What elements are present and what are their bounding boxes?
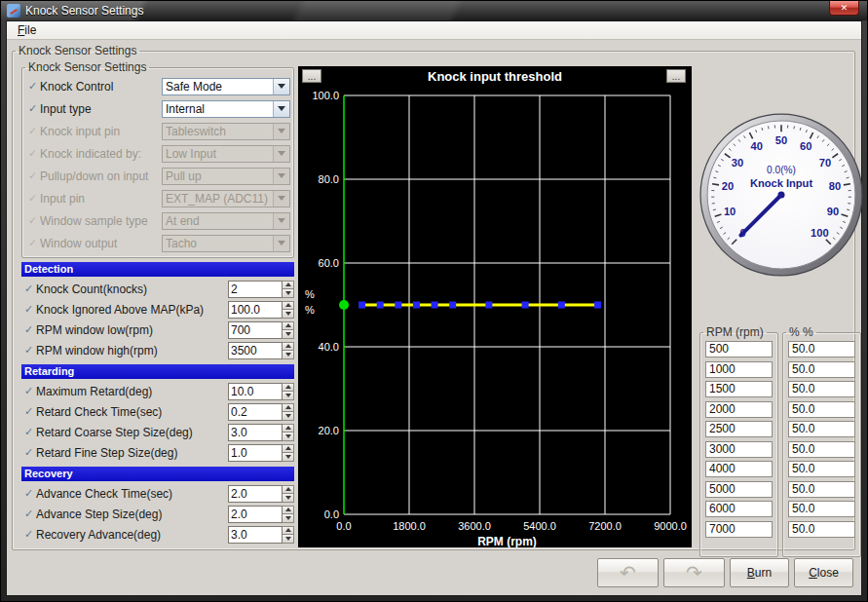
- spinner-up-button[interactable]: [283, 321, 294, 331]
- rpm-cell[interactable]: 4000: [705, 461, 773, 477]
- knock-control-dropdown[interactable]: Safe Mode: [162, 78, 290, 95]
- retard-coarse-step-size-deg-input[interactable]: 3.0: [228, 424, 283, 441]
- spinner-up-button[interactable]: [283, 342, 294, 352]
- setting-label: Maximum Retard(deg): [36, 385, 228, 398]
- spinner-down-button[interactable]: [283, 351, 294, 359]
- data-point-marker[interactable]: [395, 302, 401, 309]
- spinner-up-button[interactable]: [283, 383, 294, 393]
- rpm-cell[interactable]: 3000: [705, 441, 773, 458]
- redo-button[interactable]: ↷: [663, 558, 725, 587]
- gauge-tick: [769, 126, 770, 129]
- data-point-marker[interactable]: [594, 302, 601, 309]
- client-area: Knock Sensor Settings Knock Sensor Setti…: [7, 40, 861, 595]
- rpm-cell[interactable]: 6000: [705, 501, 773, 517]
- data-point-marker[interactable]: [377, 302, 384, 309]
- spinner-up-button[interactable]: [283, 444, 294, 454]
- spinner-up-button[interactable]: [283, 506, 294, 515]
- triangle-up-icon: [285, 426, 291, 430]
- rpm-cell[interactable]: 500: [705, 341, 773, 357]
- undo-icon: ↶: [620, 563, 636, 583]
- spinner-up-button[interactable]: [283, 526, 294, 536]
- triangle-down-icon: [285, 434, 291, 438]
- spinner-down-button[interactable]: [283, 494, 294, 503]
- spinner-down-button[interactable]: [283, 433, 294, 441]
- input-type-dropdown[interactable]: Internal: [162, 100, 290, 118]
- edit-check-icon: ✓: [21, 323, 36, 336]
- retard-check-time-sec-input[interactable]: 0.2: [228, 403, 283, 421]
- data-point-marker[interactable]: [413, 302, 420, 309]
- edit-check-icon: ✓: [25, 102, 40, 115]
- pct-cell[interactable]: 50.0: [788, 401, 855, 418]
- advance-check-time-sec-input[interactable]: 2.0: [228, 485, 283, 503]
- maximum-retard-deg-input[interactable]: 10.0: [228, 383, 283, 400]
- pct-cell[interactable]: 50.0: [788, 461, 855, 477]
- outer-group-title: Knock Sensor Settings: [16, 44, 139, 57]
- knock-count-knocks-input[interactable]: 2: [228, 281, 283, 298]
- pct-cell[interactable]: 50.0: [788, 341, 855, 357]
- setting-row: ✓Input pinEXT_MAP (ADC11): [25, 187, 290, 209]
- spinner-up-button[interactable]: [283, 281, 294, 290]
- edit-check-icon: ✓: [21, 426, 36, 438]
- spinner-down-button[interactable]: [283, 392, 294, 400]
- setting-row: ✓Retard Fine Step Size(deg)1.0: [21, 442, 294, 463]
- x-tick-label: 3600.0: [458, 520, 491, 532]
- pct-cell[interactable]: 50.0: [788, 441, 855, 458]
- rpm-window-high-rpm-input[interactable]: 3500: [228, 342, 283, 359]
- data-point-marker[interactable]: [449, 302, 456, 309]
- gauge-scale-label: 50: [775, 134, 787, 146]
- triangle-down-icon: [285, 414, 291, 418]
- y-tick-label: 60.0: [319, 257, 339, 269]
- triangle-down-icon: [285, 394, 291, 397]
- spinner-down-button[interactable]: [283, 412, 294, 421]
- spinner-down-button[interactable]: [283, 289, 294, 298]
- data-point-marker[interactable]: [432, 302, 438, 309]
- spinner-up-button[interactable]: [283, 485, 294, 495]
- data-point-marker[interactable]: [558, 302, 565, 309]
- rpm-cell[interactable]: 1500: [705, 381, 773, 397]
- retard-fine-step-size-deg-input[interactable]: 1.0: [228, 444, 283, 462]
- spinner-down-button[interactable]: [283, 514, 294, 523]
- data-point-marker[interactable]: [485, 302, 492, 309]
- spinner-down-button[interactable]: [283, 310, 294, 319]
- menu-file[interactable]: File: [13, 22, 41, 38]
- spinner-down-button[interactable]: [283, 453, 294, 462]
- rpm-cell[interactable]: 2500: [705, 421, 773, 437]
- data-point-marker[interactable]: [522, 302, 529, 309]
- pct-cell[interactable]: 50.0: [788, 501, 855, 517]
- close-window-button[interactable]: ✕: [829, 1, 859, 16]
- spinner-up-button[interactable]: [283, 301, 294, 311]
- chevron-down-icon: [273, 169, 289, 184]
- burn-button[interactable]: Burn: [730, 558, 789, 587]
- rpm-cell[interactable]: 1000: [705, 361, 773, 378]
- pct-cell[interactable]: 50.0: [788, 361, 855, 378]
- pct-cell[interactable]: 50.0: [788, 381, 855, 397]
- setting-label: Retard Coarse Step Size(deg): [36, 426, 228, 439]
- rpm-cell[interactable]: 7000: [705, 521, 773, 538]
- edit-check-icon: ✓: [25, 80, 40, 93]
- triangle-down-icon: [285, 312, 291, 316]
- pct-cell[interactable]: 50.0: [788, 521, 855, 538]
- y-tick-label: 20.0: [319, 425, 339, 436]
- rpm-cell[interactable]: 5000: [705, 481, 773, 498]
- gauge-title: Knock Input: [750, 177, 812, 189]
- spinner-up-button[interactable]: [283, 403, 294, 413]
- chart-menu-button[interactable]: ...: [666, 69, 686, 83]
- pct-cell[interactable]: 50.0: [788, 481, 855, 498]
- dropdown-value: Internal: [163, 102, 273, 116]
- advance-step-size-deg-input[interactable]: 2.0: [228, 506, 283, 523]
- spinner-up-button[interactable]: [283, 424, 294, 433]
- knock-ignored-above-map-kpa-input[interactable]: 100.0: [228, 301, 283, 319]
- pct-cell[interactable]: 50.0: [788, 421, 855, 437]
- recovery-advance-deg-input[interactable]: 3.0: [228, 526, 283, 544]
- chart-plot[interactable]: 0.020.040.060.080.0100.00.01800.03600.05…: [298, 66, 692, 547]
- setting-label: Input pin: [40, 192, 162, 206]
- knock-threshold-chart[interactable]: ... Knock input threshold ... 0.020.040.…: [298, 66, 692, 547]
- spinner-down-button[interactable]: [283, 535, 294, 544]
- pct-table-title: % %: [786, 325, 816, 339]
- rpm-window-low-rpm-input[interactable]: 700: [228, 321, 283, 339]
- data-point-marker[interactable]: [359, 302, 365, 309]
- close-button[interactable]: Close: [794, 558, 853, 587]
- rpm-cell[interactable]: 2000: [705, 401, 773, 418]
- undo-button[interactable]: ↶: [597, 558, 659, 587]
- spinner-down-button[interactable]: [283, 330, 294, 339]
